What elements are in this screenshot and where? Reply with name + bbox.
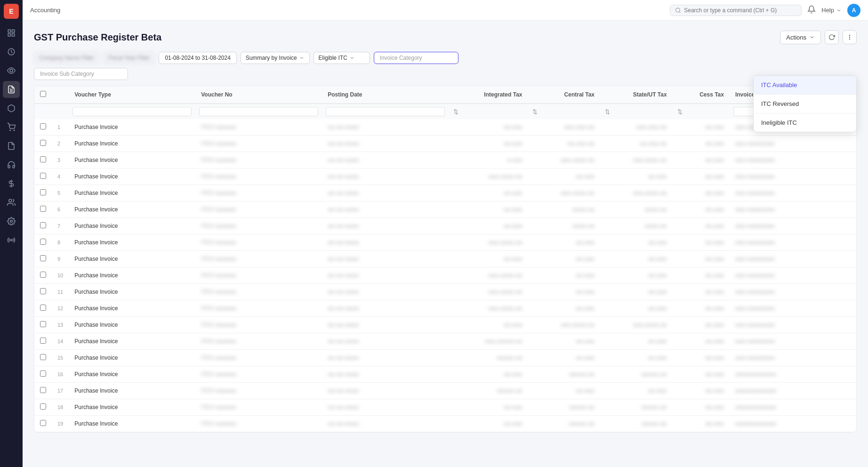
- row-voucher-no: PINV-●●●●●●: [195, 284, 322, 300]
- sidebar-item-recent[interactable]: [3, 43, 20, 60]
- summary-by-filter[interactable]: Summary by Invoice: [241, 52, 310, 64]
- table-row[interactable]: 16 Purchase Invoice PINV-●●●●●● ●●-●●-●●…: [34, 366, 856, 383]
- table-row[interactable]: 12 Purchase Invoice PINV-●●●●●● ●●-●●-●●…: [34, 300, 856, 317]
- col-header-central-tax: Central Tax: [528, 86, 600, 104]
- table-row[interactable]: 6 Purchase Invoice PINV-●●●●●● ●●-●●-●●●…: [34, 201, 856, 218]
- row-state-tax: ●●,●●●: [600, 383, 673, 399]
- app-logo[interactable]: E: [4, 4, 19, 19]
- invoice-category-input[interactable]: Invoice Category: [374, 52, 458, 64]
- actions-button[interactable]: Actions: [780, 31, 821, 44]
- table-row[interactable]: 14 Purchase Invoice PINV-●●●●●● ●●-●●-●●…: [34, 333, 856, 350]
- row-checkbox[interactable]: [40, 305, 46, 311]
- row-checkbox[interactable]: [40, 403, 46, 410]
- cess-filter-btn[interactable]: ⇅: [676, 108, 683, 115]
- help-button[interactable]: Help: [821, 7, 842, 14]
- sidebar-item-buying[interactable]: [3, 119, 20, 136]
- notifications-icon[interactable]: [807, 5, 816, 15]
- row-checkbox[interactable]: [40, 321, 46, 327]
- sidebar-item-hr[interactable]: [3, 194, 20, 211]
- row-cess-tax: ●●,●●●: [673, 185, 730, 201]
- table-row[interactable]: 10 Purchase Invoice PINV-●●●●●● ●●-●●-●●…: [34, 267, 856, 284]
- table-row[interactable]: 15 Purchase Invoice PINV-●●●●●● ●●-●●-●●…: [34, 350, 856, 366]
- row-central-tax: ●●,●●●: [528, 383, 600, 399]
- row-number: 12: [52, 300, 69, 317]
- table-row[interactable]: 1 Purchase Invoice PINV-●●●●●● ●●-●●-●●●…: [34, 119, 856, 136]
- sidebar-item-projects[interactable]: [3, 175, 20, 192]
- table-row[interactable]: 7 Purchase Invoice PINV-●●●●●● ●●-●●-●●●…: [34, 218, 856, 234]
- row-checkbox[interactable]: [40, 354, 46, 360]
- sidebar-item-accounting[interactable]: [3, 81, 20, 98]
- dropdown-item-itc-reversed[interactable]: ITC Reversed: [754, 95, 856, 113]
- row-state-tax: ●●●,●●●.●●: [600, 119, 673, 136]
- table-row[interactable]: 2 Purchase Invoice PINV-●●●●●● ●●-●●-●●●…: [34, 136, 856, 152]
- table-row[interactable]: 8 Purchase Invoice PINV-●●●●●● ●●-●●-●●●…: [34, 234, 856, 251]
- row-checkbox[interactable]: [40, 420, 46, 426]
- row-integrated-tax: ●●●,●●●●.●●: [449, 267, 528, 284]
- row-checkbox[interactable]: [40, 255, 46, 261]
- table-row[interactable]: 11 Purchase Invoice PINV-●●●●●● ●●-●●-●●…: [34, 284, 856, 300]
- row-checkbox-cell: [34, 383, 52, 399]
- dropdown-item-itc-available[interactable]: ITC Available: [754, 76, 856, 95]
- row-checkbox[interactable]: [40, 222, 46, 228]
- table-row[interactable]: 3 Purchase Invoice PINV-●●●●●● ●●-●●-●●●…: [34, 152, 856, 169]
- eligible-itc-filter[interactable]: Eligible ITC: [313, 52, 370, 64]
- row-checkbox[interactable]: [40, 338, 46, 344]
- integrated-filter-btn[interactable]: ⇅: [452, 108, 459, 115]
- table-row[interactable]: 4 Purchase Invoice PINV-●●●●●● ●●-●●-●●●…: [34, 169, 856, 185]
- row-checkbox[interactable]: [40, 272, 46, 278]
- row-checkbox[interactable]: [40, 123, 46, 129]
- sidebar-item-support[interactable]: [3, 156, 20, 173]
- table-wrapper[interactable]: Voucher Type Voucher No Posting Date Int…: [34, 86, 856, 432]
- select-all-checkbox[interactable]: [40, 91, 46, 97]
- sidebar-item-capture[interactable]: [3, 62, 20, 79]
- filter-date-cell: [322, 104, 449, 119]
- sidebar-item-selling[interactable]: [3, 137, 20, 154]
- row-voucher-no: PINV-●●●●●●: [195, 416, 322, 432]
- date-range-filter[interactable]: 01-08-2024 to 31-08-2024: [159, 52, 236, 64]
- row-checkbox[interactable]: [40, 140, 46, 146]
- table-row[interactable]: 9 Purchase Invoice PINV-●●●●●● ●●-●●-●●●…: [34, 251, 856, 267]
- more-options-button[interactable]: [843, 30, 857, 44]
- refresh-button[interactable]: [825, 30, 839, 44]
- row-checkbox[interactable]: [40, 156, 46, 162]
- row-checkbox[interactable]: [40, 189, 46, 195]
- row-voucher-type: Purchase Invoice: [69, 399, 195, 416]
- row-state-tax: ●●●●.●●: [600, 201, 673, 218]
- table-row[interactable]: 13 Purchase Invoice PINV-●●●●●● ●●-●●-●●…: [34, 317, 856, 333]
- invoice-sub-category-input[interactable]: Invoice Sub Category: [34, 68, 128, 80]
- row-checkbox[interactable]: [40, 387, 46, 393]
- col-header-state-tax: State/UT Tax: [600, 86, 673, 104]
- filter-date[interactable]: [326, 107, 445, 116]
- row-cess-tax: ●●,●●●: [673, 119, 730, 136]
- state-filter-btn[interactable]: ⇅: [604, 108, 611, 115]
- sidebar-item-settings[interactable]: [3, 213, 20, 230]
- row-posting-date: ●●-●●-●●●●: [322, 300, 449, 317]
- row-cess-tax: ●●,●●●: [673, 300, 730, 317]
- avatar[interactable]: A: [847, 4, 860, 17]
- row-posting-date: ●●-●●-●●●●: [322, 185, 449, 201]
- row-checkbox-cell: [34, 399, 52, 416]
- row-state-tax: ●●●●●.●●: [600, 416, 673, 432]
- row-checkbox[interactable]: [40, 206, 46, 212]
- row-number: 11: [52, 284, 69, 300]
- search-input[interactable]: [684, 7, 796, 14]
- table-row[interactable]: 17 Purchase Invoice PINV-●●●●●● ●●-●●-●●…: [34, 383, 856, 399]
- table-row[interactable]: 19 Purchase Invoice PINV-●●●●●● ●●-●●-●●…: [34, 416, 856, 432]
- sidebar-item-inventory[interactable]: [3, 100, 20, 117]
- row-checkbox[interactable]: [40, 173, 46, 179]
- central-filter-btn[interactable]: ⇅: [531, 108, 538, 115]
- filter-voucher-type[interactable]: [72, 107, 192, 116]
- row-checkbox[interactable]: [40, 239, 46, 245]
- table-row[interactable]: 5 Purchase Invoice PINV-●●●●●● ●●-●●-●●●…: [34, 185, 856, 201]
- sidebar-item-integrations[interactable]: [3, 232, 20, 249]
- search-bar[interactable]: [670, 5, 802, 16]
- row-checkbox[interactable]: [40, 288, 46, 294]
- filter-voucher-no[interactable]: [199, 107, 318, 116]
- sidebar-item-home[interactable]: [3, 24, 20, 41]
- table-row[interactable]: 18 Purchase Invoice PINV-●●●●●● ●●-●●-●●…: [34, 399, 856, 416]
- row-checkbox[interactable]: [40, 370, 46, 377]
- company-filter[interactable]: Company Name Filter: [34, 52, 99, 64]
- fiscal-year-filter[interactable]: Fiscal Year Filter: [103, 52, 155, 64]
- dropdown-item-ineligible-itc[interactable]: Ineligible ITC: [754, 113, 856, 132]
- svg-point-12: [10, 220, 13, 223]
